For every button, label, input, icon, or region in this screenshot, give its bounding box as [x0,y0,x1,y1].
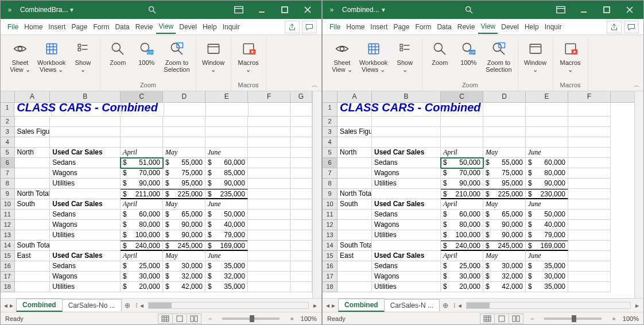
cell-C7[interactable]: $70,000 [441,168,483,179]
cell-G6[interactable] [290,158,312,168]
cell-E5[interactable]: June [526,148,568,158]
cell-G17[interactable] [290,272,312,282]
cell-A15[interactable]: East [15,251,51,261]
cell-A15[interactable]: East [337,251,372,261]
cell-F17[interactable] [248,272,290,282]
cell-C1[interactable] [122,103,164,117]
cell-C1[interactable] [441,103,483,117]
cell-A5[interactable]: North [15,148,51,158]
cell-D18[interactable]: $42,000 [483,282,526,292]
minimize-button[interactable] [250,1,273,18]
cell-D4[interactable] [483,137,526,148]
col-header-E[interactable]: E [205,91,248,102]
col-header-D[interactable]: D [163,91,205,102]
cell-F10[interactable] [568,199,611,210]
cell-E11[interactable]: $50,000 [205,210,248,220]
cell-C16[interactable]: $25,000 [121,261,163,272]
ribbon-btn-workbook[interactable]: Workbook Views ⌄ [35,37,68,75]
cell-D5[interactable]: May [163,148,205,158]
cell-F11[interactable] [568,210,611,220]
add-sheet-button[interactable]: ⊕ [440,301,451,309]
cell-F2[interactable] [248,117,290,127]
cell-F1[interactable] [249,103,290,117]
view-page-break-icon[interactable] [187,314,201,324]
cell-D9[interactable]: $225,000 [483,189,526,199]
cell-F14[interactable] [248,241,290,251]
cell-C7[interactable]: $70,000 [121,168,163,179]
ribbon-btn-eye[interactable]: Sheet View ⌄ [6,37,34,75]
cell-E14[interactable]: $169,000 [205,241,248,251]
cell-A9[interactable]: North Total [337,189,372,199]
cell-D2[interactable] [483,117,526,127]
cell-C4[interactable] [121,137,163,148]
cell-A17[interactable] [337,272,372,282]
cell-B13[interactable]: Utilities [50,230,121,241]
row-header-8[interactable]: 8 [1,179,15,189]
row-header-3[interactable]: 3 [323,127,337,137]
cell-E8[interactable]: $90,000 [526,179,568,189]
ribbon-tab-home[interactable]: Home [344,21,367,33]
col-header-C[interactable]: C [441,91,483,102]
row-header-9[interactable]: 9 [1,189,15,199]
cell-C11[interactable]: $60,000 [441,210,483,220]
cell-B4[interactable] [50,137,121,148]
minimize-button[interactable] [572,1,595,18]
cell-A3[interactable]: Sales Figures to June [15,127,51,137]
cell-F12[interactable] [568,220,611,230]
cell-D14[interactable]: $245,000 [163,241,205,251]
cell-F14[interactable] [568,241,611,251]
cell-C3[interactable] [121,127,163,137]
cell-C18[interactable]: $20,000 [121,282,163,292]
cell-B11[interactable]: Sedans [372,210,441,220]
cell-C10[interactable]: April [441,199,483,210]
ribbon-tab-revie[interactable]: Revie [455,21,478,33]
row-header-1[interactable]: 1 [323,103,337,117]
spreadsheet-grid[interactable]: ABCDEFG1CLASS CARS - Combined23Sales Fig… [1,91,321,324]
view-normal-icon[interactable] [158,314,173,324]
cell-E7[interactable]: $85,000 [205,168,248,179]
cell-F3[interactable] [568,127,611,137]
cell-C9[interactable]: $211,000 [121,189,163,199]
cell-F12[interactable] [248,220,290,230]
cell-F8[interactable] [248,179,290,189]
cell-E4[interactable] [205,137,248,148]
cell-E18[interactable]: $35,000 [205,282,248,292]
cell-A7[interactable] [337,168,372,179]
cell-C10[interactable]: April [121,199,163,210]
cell-D8[interactable]: $95,000 [483,179,526,189]
cell-D17[interactable]: $32,000 [483,272,526,282]
vertical-scrollbar[interactable] [634,91,643,298]
cell-B3[interactable] [50,127,121,137]
cell-A18[interactable] [15,282,51,292]
ribbon-tab-page[interactable]: Page [69,21,90,33]
col-header-D[interactable]: D [483,91,526,102]
ribbon-tab-revie[interactable]: Revie [133,21,156,33]
cell-C2[interactable] [121,117,163,127]
cell-D13[interactable]: $90,000 [483,230,526,241]
view-page-break-icon[interactable] [509,314,523,324]
row-header-11[interactable]: 11 [1,210,15,220]
cell-B12[interactable]: Wagons [50,220,121,230]
cell-F15[interactable] [568,251,611,261]
cell-A13[interactable] [15,230,51,241]
cell-G15[interactable] [290,251,312,261]
cell-A14[interactable]: South Total [337,241,372,251]
horizontal-scrollbar[interactable] [148,302,309,309]
row-header-7[interactable]: 7 [1,168,15,179]
cell-C4[interactable] [441,137,483,148]
cell-E10[interactable]: June [526,199,568,210]
cell-A1[interactable]: CLASS CARS - Combined [14,103,52,117]
cell-D6[interactable]: $55,000 [163,158,205,168]
cell-F11[interactable] [248,210,290,220]
filename[interactable]: Combined... ▾ [339,6,389,14]
row-header-16[interactable]: 16 [1,261,15,272]
zoom-slider[interactable] [222,318,280,320]
ribbon-tab-help[interactable]: Help [522,21,541,33]
cell-B6[interactable]: Sedans [372,158,441,168]
cell-D5[interactable]: May [483,148,526,158]
ribbon-tab-file[interactable]: File [5,21,21,33]
cell-B6[interactable]: Sedans [50,158,121,168]
row-header-15[interactable]: 15 [323,251,337,261]
cell-E1[interactable] [206,103,248,117]
cell-E9[interactable]: $235,000 [205,189,248,199]
